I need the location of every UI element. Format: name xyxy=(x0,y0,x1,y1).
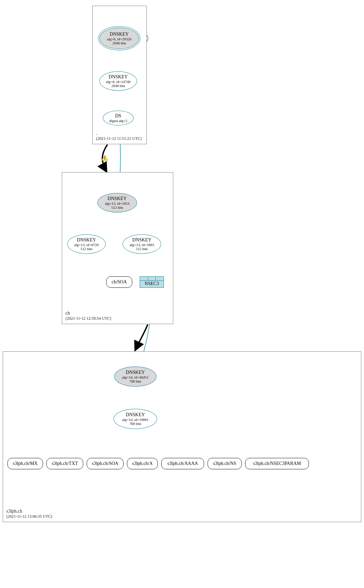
node-ch-ksk-sub2: 512 bits xyxy=(111,205,123,209)
zone-root-label: . (2021-11-12 11:51:21 UTC) xyxy=(96,130,142,142)
node-s3lph-ksk: DNSKEY alg=14, id=46451 768 bits xyxy=(114,366,156,387)
record-s3lph-aaaa: s3lph.ch/AAAA xyxy=(161,458,204,469)
node-root-zsk-sub2: 2048 bits xyxy=(111,84,125,88)
node-s3lph-zsk-sub2: 768 bits xyxy=(129,422,141,426)
node-ch-soa: ch/SOA xyxy=(106,276,132,288)
node-root-ds: DS digest alg=2 xyxy=(103,111,134,125)
record-s3lph-ns-label: s3lph.ch/NS xyxy=(213,461,236,466)
node-ch-ksk-sub1: alg=13, id=1053 xyxy=(105,201,130,205)
record-s3lph-a-label: s3lph.ch/A xyxy=(132,461,152,466)
record-s3lph-a: s3lph.ch/A xyxy=(127,458,158,469)
record-s3lph-ns: s3lph.ch/NS xyxy=(208,458,242,469)
node-ch-soa-label: ch/SOA xyxy=(111,279,127,284)
node-ch-ksk-title: DNSKEY xyxy=(108,196,127,201)
node-ch-ksk: DNSKEY alg=13, id=1053 512 bits xyxy=(97,193,137,212)
record-s3lph-mx: s3lph.ch/MX xyxy=(7,458,43,469)
zone-s3lph-label: s3lph.ch (2021-11-12 13:06:35 UTC) xyxy=(6,508,52,519)
node-root-ksk-title: DNSKEY xyxy=(110,32,129,37)
node-ch-nsec3: NSEC3 xyxy=(140,276,164,288)
node-ch-zsk2-sub2: 512 bits xyxy=(136,247,148,251)
node-ch-zsk1-sub2: 512 bits xyxy=(81,247,92,251)
record-s3lph-txt-label: s3lph.ch/TXT xyxy=(52,461,78,466)
node-s3lph-zsk: DNSKEY alg=14, id=19881 768 bits xyxy=(113,409,157,429)
record-s3lph-txt: s3lph.ch/TXT xyxy=(46,458,83,469)
node-ch-zsk1-sub1: alg=13, id=6720 xyxy=(74,243,99,247)
node-ch-zsk1-title: DNSKEY xyxy=(77,237,96,242)
node-s3lph-ksk-title: DNSKEY xyxy=(126,370,145,375)
node-root-ksk: DNSKEY alg=8, id=20326 2048 bits xyxy=(99,28,139,49)
zone-ch-label: ch (2021-11-12 12:59:54 UTC) xyxy=(65,310,111,321)
zone-root-name: . xyxy=(96,130,142,136)
node-s3lph-zsk-sub1: alg=14, id=19881 xyxy=(122,418,148,422)
zone-s3lph-name: s3lph.ch xyxy=(6,508,52,514)
node-root-zsk: DNSKEY alg=8, id=14748 2048 bits xyxy=(99,71,137,91)
node-s3lph-ksk-sub2: 768 bits xyxy=(129,379,141,383)
node-root-ds-sub1: digest alg=2 xyxy=(109,119,127,123)
zone-ch-name: ch xyxy=(65,310,111,316)
svg-rect-1 xyxy=(104,159,105,160)
record-s3lph-soa-label: s3lph.ch/SOA xyxy=(92,461,119,466)
node-s3lph-zsk-title: DNSKEY xyxy=(126,412,145,417)
record-s3lph-mx-label: s3lph.ch/MX xyxy=(13,461,38,466)
node-ch-zsk2-title: DNSKEY xyxy=(132,237,151,242)
record-s3lph-soa: s3lph.ch/SOA xyxy=(87,458,124,469)
warning-icon xyxy=(101,155,108,161)
node-s3lph-ksk-sub1: alg=14, id=46451 xyxy=(122,375,148,379)
record-s3lph-aaaa-label: s3lph.ch/AAAA xyxy=(167,461,198,466)
zone-root-timestamp: (2021-11-12 11:51:21 UTC) xyxy=(96,136,142,141)
node-root-ksk-sub1: alg=8, id=20326 xyxy=(107,37,132,41)
node-root-ds-title: DS xyxy=(115,113,121,118)
node-ch-zsk1: DNSKEY alg=13, id=6720 512 bits xyxy=(67,234,106,254)
node-root-zsk-sub1: alg=8, id=14748 xyxy=(106,80,131,84)
zone-s3lph: s3lph.ch (2021-11-12 13:06:35 UTC) xyxy=(3,351,361,522)
zone-ch-timestamp: (2021-11-12 12:59:54 UTC) xyxy=(65,316,111,321)
record-s3lph-nsec3param-label: s3lph.ch/NSEC3PARAM xyxy=(253,461,301,466)
zone-s3lph-timestamp: (2021-11-12 13:06:35 UTC) xyxy=(6,514,52,519)
node-ch-nsec3-label: NSEC3 xyxy=(145,281,159,286)
record-s3lph-nsec3param: s3lph.ch/NSEC3PARAM xyxy=(245,458,309,469)
node-ch-zsk2-sub1: alg=13, id=2883 xyxy=(130,243,154,247)
svg-rect-0 xyxy=(104,157,105,158)
node-root-zsk-title: DNSKEY xyxy=(109,74,128,79)
node-ch-zsk2: DNSKEY alg=13, id=2883 512 bits xyxy=(123,234,161,254)
node-root-ksk-sub2: 2048 bits xyxy=(112,41,126,45)
